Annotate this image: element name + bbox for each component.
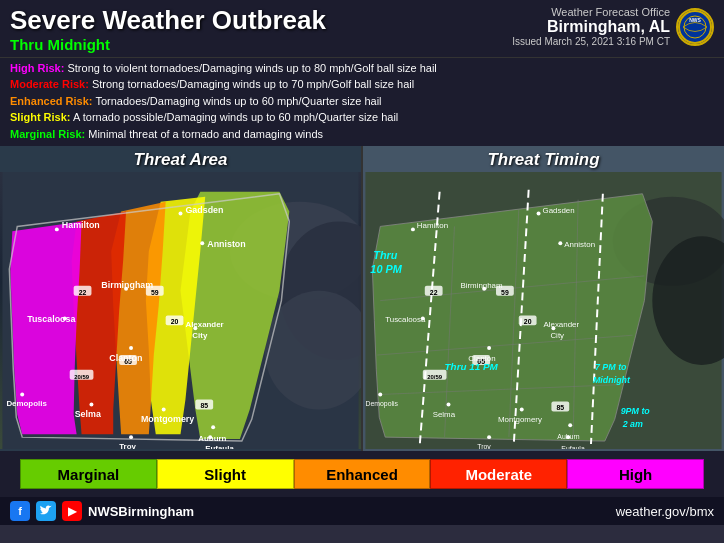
header-right: Weather Forecast Office Birmingham, AL I…	[512, 6, 714, 47]
svg-text:20: 20	[171, 318, 179, 325]
risk-label-high: High Risk:	[10, 62, 64, 74]
svg-point-21	[179, 212, 183, 216]
svg-text:20/59: 20/59	[427, 374, 443, 380]
threat-timing-panel: Threat Timing	[361, 146, 724, 451]
svg-text:Birmingham: Birmingham	[460, 281, 503, 290]
svg-text:Alexander: Alexander	[544, 320, 580, 329]
risk-label-enhanced: Enhanced Risk:	[10, 95, 93, 107]
svg-text:Birmingham: Birmingham	[101, 280, 153, 290]
threat-area-title: Threat Area	[0, 146, 361, 172]
threat-timing-title: Threat Timing	[363, 146, 724, 172]
svg-point-38	[162, 408, 166, 412]
svg-point-70	[411, 227, 415, 231]
svg-text:Anniston: Anniston	[564, 240, 595, 249]
svg-text:10 PM: 10 PM	[370, 263, 402, 275]
svg-point-32	[129, 346, 133, 350]
color-bar-high-label: High	[619, 466, 652, 483]
twitter-icon[interactable]	[36, 501, 56, 521]
svg-text:Alexander: Alexander	[185, 320, 223, 329]
risk-text-marginal: Minimal threat of a tornado and damaging…	[88, 128, 323, 140]
risk-label-slight: Slight Risk:	[10, 111, 71, 123]
risk-line-slight: Slight Risk: A tornado possible/Damaging…	[10, 109, 714, 126]
color-bar-enhanced-label: Enhanced	[326, 466, 398, 483]
svg-text:Hamilton: Hamilton	[417, 221, 448, 230]
color-bar-marginal: Marginal	[20, 459, 157, 489]
social-icons: f ▶ NWSBirmingham	[10, 501, 194, 521]
threat-area-svg: 22 59 20 65 20/59 85 Hamilton Gadsd	[0, 172, 361, 449]
svg-text:Thru 11 PM: Thru 11 PM	[445, 361, 499, 372]
svg-point-34	[20, 393, 24, 397]
svg-text:Anniston: Anniston	[207, 239, 246, 249]
color-bar-slight-label: Slight	[204, 466, 246, 483]
color-bar-moderate: Moderate	[430, 459, 567, 489]
svg-text:Troy: Troy	[477, 443, 491, 449]
svg-text:Eufaula: Eufaula	[205, 444, 234, 449]
youtube-icon[interactable]: ▶	[62, 501, 82, 521]
facebook-icon[interactable]: f	[10, 501, 30, 521]
svg-point-95	[566, 435, 570, 439]
svg-point-36	[89, 403, 93, 407]
risk-line-moderate: Moderate Risk: Strong tornadoes/Damaging…	[10, 76, 714, 93]
svg-text:Tuscaloosa: Tuscaloosa	[27, 314, 75, 324]
maps-section: Threat Area	[0, 146, 724, 451]
risk-line-high: High Risk: Strong to violent tornadoes/D…	[10, 60, 714, 77]
threat-timing-map: 22 59 20 65 20/59 85 Hamilton Gadsd	[363, 172, 724, 449]
svg-point-93	[487, 435, 491, 439]
svg-point-83	[487, 346, 491, 350]
page-title: Severe Weather Outbreak	[10, 6, 326, 35]
footer-url: weather.gov/bmx	[616, 504, 714, 519]
svg-text:Tuscaloosa: Tuscaloosa	[385, 315, 426, 324]
risk-label-marginal: Marginal Risk:	[10, 128, 85, 140]
svg-point-44	[208, 435, 212, 439]
page-subtitle: Thru Midnight	[10, 36, 326, 53]
svg-text:85: 85	[200, 403, 208, 410]
svg-text:85: 85	[556, 405, 564, 412]
color-bar-section: Marginal Slight Enhanced Moderate High	[0, 451, 724, 497]
svg-point-40	[211, 425, 215, 429]
risk-text-enhanced: Tornadoes/Damaging winds up to 60 mph/Qu…	[95, 95, 381, 107]
threat-area-panel: Threat Area	[0, 146, 361, 451]
threat-timing-svg: 22 59 20 65 20/59 85 Hamilton Gadsd	[363, 172, 724, 449]
svg-point-91	[568, 423, 572, 427]
header: Severe Weather Outbreak Thru Midnight We…	[0, 0, 724, 57]
svg-point-19	[55, 227, 59, 231]
svg-text:Auburn: Auburn	[198, 434, 226, 443]
svg-point-42	[129, 435, 133, 439]
svg-text:22: 22	[79, 289, 87, 296]
risk-legend: High Risk: Strong to violent tornadoes/D…	[0, 57, 724, 147]
header-text-block: Weather Forecast Office Birmingham, AL I…	[512, 6, 670, 47]
color-bar-moderate-label: Moderate	[465, 466, 532, 483]
color-bar-slight: Slight	[157, 459, 294, 489]
issued-line: Issued March 25, 2021 3:16 PM CT	[512, 36, 670, 47]
svg-point-74	[558, 241, 562, 245]
risk-line-marginal: Marginal Risk: Minimal threat of a torna…	[10, 126, 714, 143]
color-bar-marginal-label: Marginal	[58, 466, 120, 483]
svg-text:Selma: Selma	[433, 410, 456, 419]
svg-point-89	[520, 408, 524, 412]
svg-text:Midnight: Midnight	[593, 375, 631, 385]
main-container: Severe Weather Outbreak Thru Midnight We…	[0, 0, 724, 543]
svg-point-87	[447, 403, 451, 407]
risk-line-enhanced: Enhanced Risk: Tornadoes/Damaging winds …	[10, 93, 714, 110]
svg-text:Gadsden: Gadsden	[185, 205, 223, 215]
header-left: Severe Weather Outbreak Thru Midnight	[10, 6, 326, 53]
svg-text:Eufaula: Eufaula	[561, 445, 585, 449]
svg-text:Troy: Troy	[119, 442, 136, 449]
risk-text-high: Strong to violent tornadoes/Damaging win…	[67, 62, 436, 74]
threat-area-map: 22 59 20 65 20/59 85 Hamilton Gadsd	[0, 172, 361, 449]
svg-text:7 PM to: 7 PM to	[595, 362, 627, 372]
nws-logo: NWS	[676, 8, 714, 46]
svg-text:Montgomery: Montgomery	[498, 415, 542, 424]
social-handle: NWSBirmingham	[88, 504, 194, 519]
svg-text:Demopolis: Demopolis	[6, 400, 47, 409]
svg-point-23	[200, 241, 204, 245]
wfo-label: Weather Forecast Office	[512, 6, 670, 18]
svg-text:Clanton: Clanton	[109, 353, 142, 363]
svg-text:Gadsden: Gadsden	[543, 206, 575, 215]
svg-text:Thru: Thru	[373, 249, 398, 261]
svg-text:2 am: 2 am	[622, 419, 643, 429]
risk-text-slight: A tornado possible/Damaging winds up to …	[73, 111, 398, 123]
footer: f ▶ NWSBirmingham weather.gov/bmx	[0, 497, 724, 525]
header-right-inner: Weather Forecast Office Birmingham, AL I…	[512, 6, 714, 47]
risk-label-moderate: Moderate Risk:	[10, 78, 89, 90]
